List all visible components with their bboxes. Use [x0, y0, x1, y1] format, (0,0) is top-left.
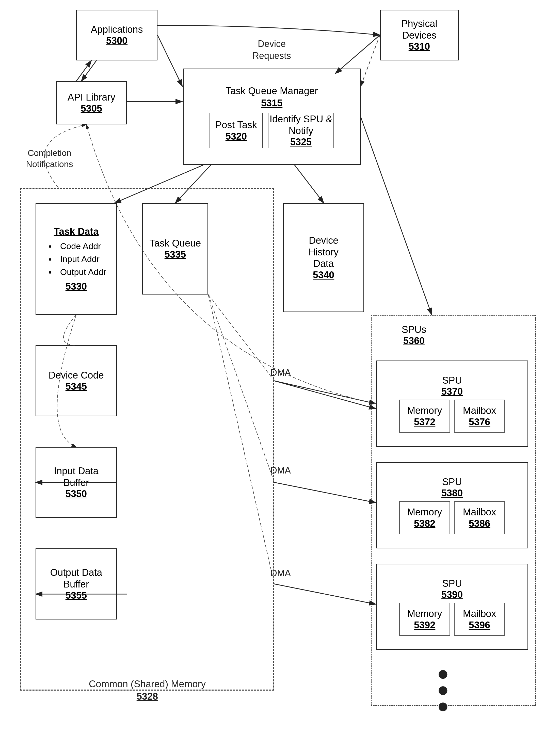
- tqm-label: Task Queue Manager: [226, 85, 318, 97]
- odb-num: 5355: [66, 590, 87, 601]
- svg-line-14: [274, 482, 376, 503]
- svg-line-5: [361, 35, 380, 86]
- dhd-num: 5340: [313, 270, 334, 281]
- memory-5392-num: 5392: [414, 620, 436, 631]
- memory-5372-box: Memory 5372: [399, 399, 450, 432]
- post-task-label: Post Task: [215, 119, 257, 131]
- svg-line-16: [274, 584, 376, 604]
- task-queue-label: Task Queue: [150, 238, 201, 249]
- physical-devices-box: PhysicalDevices 5310: [380, 10, 459, 60]
- identify-spu-num: 5325: [290, 137, 312, 148]
- svg-line-4: [157, 35, 182, 86]
- spus-label-box: SPUs 5360: [389, 320, 439, 351]
- device-history-data-box: DeviceHistoryData 5340: [283, 203, 364, 312]
- device-code-box: Device Code 5345: [36, 345, 117, 416]
- completion-notifications-label: CompletionNotifications: [13, 147, 86, 170]
- memory-5372-num: 5372: [414, 416, 436, 427]
- applications-num: 5300: [106, 35, 128, 46]
- applications-box: Applications 5300: [76, 10, 157, 60]
- continuation-dots: ●●●: [437, 665, 449, 714]
- svg-line-12: [274, 381, 376, 404]
- diagram: Applications 5300 PhysicalDevices 5310 A…: [0, 0, 560, 735]
- common-memory-label: Common (Shared) Memory5328: [23, 678, 272, 703]
- spus-label: SPUs: [402, 324, 426, 336]
- post-task-num: 5320: [226, 131, 247, 142]
- spus-num: 5360: [403, 336, 425, 346]
- output-data-buffer-box: Output DataBuffer 5355: [36, 548, 117, 619]
- spu-5370-label: SPU: [442, 375, 462, 386]
- memory-5382-num: 5382: [414, 518, 436, 529]
- api-library-num: 5305: [81, 103, 102, 114]
- task-data-num: 5330: [66, 281, 87, 292]
- mailbox-5396-label: Mailbox: [463, 608, 496, 620]
- dc-label: Device Code: [49, 369, 104, 381]
- mailbox-5376-num: 5376: [469, 416, 490, 427]
- task-data-bullets: Code Addr Input Addr Output Addr: [46, 240, 106, 279]
- spu-5390-num: 5390: [441, 589, 463, 600]
- task-queue-manager-box: Task Queue Manager 5315 Post Task 5320 I…: [183, 69, 361, 165]
- mailbox-5376-box: Mailbox 5376: [454, 399, 505, 432]
- spu-5370-box: SPU 5370 Memory 5372 Mailbox 5376: [376, 361, 528, 447]
- task-queue-box: Task Queue 5335: [142, 203, 208, 295]
- odb-label: Output DataBuffer: [50, 567, 102, 590]
- memory-5392-label: Memory: [407, 608, 442, 620]
- idb-label: Input DataBuffer: [54, 465, 98, 488]
- input-data-buffer-box: Input DataBuffer 5350: [36, 447, 117, 518]
- svg-line-13: [274, 381, 376, 409]
- task-queue-num: 5335: [165, 249, 186, 260]
- dma3-label: DMA: [268, 567, 293, 579]
- dc-num: 5345: [66, 381, 87, 392]
- dma1-label: DMA: [268, 367, 293, 379]
- svg-line-2: [81, 60, 97, 81]
- task-data-box: Task Data Code Addr Input Addr Output Ad…: [36, 203, 117, 315]
- spu-5380-label: SPU: [442, 476, 462, 488]
- post-task-box: Post Task 5320: [210, 113, 263, 148]
- applications-label: Applications: [91, 24, 143, 36]
- mailbox-5396-num: 5396: [469, 620, 490, 631]
- dhd-label: DeviceHistoryData: [309, 235, 339, 270]
- api-library-label: API Library: [68, 92, 115, 103]
- dma2-label: DMA: [268, 464, 293, 476]
- tqm-num: 5315: [261, 98, 283, 109]
- spu-5390-label: SPU: [442, 578, 462, 589]
- api-library-box: API Library 5305: [56, 81, 127, 124]
- task-data-label: Task Data: [54, 226, 99, 238]
- spu-5370-num: 5370: [441, 386, 463, 397]
- svg-line-3: [76, 60, 91, 81]
- svg-line-7: [335, 35, 380, 74]
- identify-spu-box: Identify SPU &Notify 5325: [268, 113, 334, 148]
- svg-line-11: [361, 117, 432, 315]
- mailbox-5386-box: Mailbox 5386: [454, 501, 505, 534]
- spu-5390-box: SPU 5390 Memory 5392 Mailbox 5396: [376, 564, 528, 650]
- device-requests-label: DeviceRequests: [234, 38, 310, 62]
- mailbox-5376-label: Mailbox: [463, 405, 496, 416]
- memory-5372-label: Memory: [407, 405, 442, 416]
- spu-5380-box: SPU 5380 Memory 5382 Mailbox 5386: [376, 462, 528, 548]
- mailbox-5396-box: Mailbox 5396: [454, 603, 505, 636]
- physical-devices-label: PhysicalDevices: [401, 18, 437, 41]
- idb-num: 5350: [66, 488, 87, 499]
- physical-devices-num: 5310: [409, 41, 430, 52]
- identify-spu-label: Identify SPU &Notify: [269, 114, 332, 137]
- memory-5392-box: Memory 5392: [399, 603, 450, 636]
- memory-5382-box: Memory 5382: [399, 501, 450, 534]
- memory-5382-label: Memory: [407, 506, 442, 518]
- svg-line-10: [295, 165, 324, 203]
- spu-5380-num: 5380: [441, 488, 463, 499]
- mailbox-5386-num: 5386: [469, 518, 490, 529]
- mailbox-5386-label: Mailbox: [463, 506, 496, 518]
